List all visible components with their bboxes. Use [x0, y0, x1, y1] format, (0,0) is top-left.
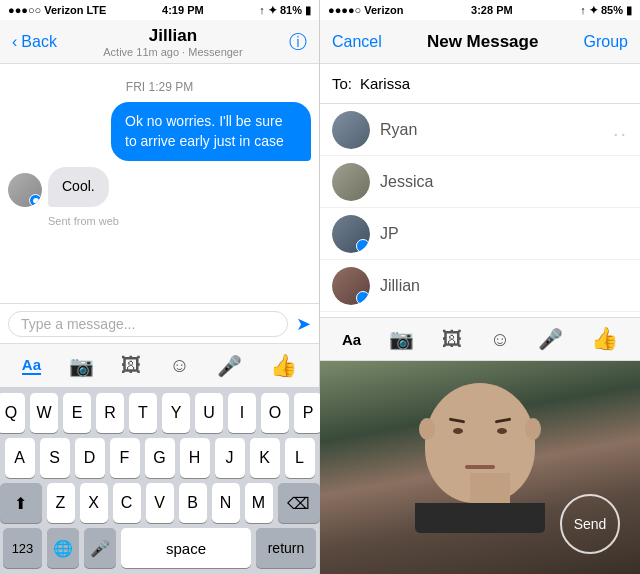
face-head — [425, 383, 535, 503]
status-bar-right: ●●●●○ Verizon 3:28 PM ↑ ✦ 85% ▮ — [320, 0, 640, 20]
right-panel: ●●●●○ Verizon 3:28 PM ↑ ✦ 85% ▮ Cancel N… — [320, 0, 640, 574]
key-u[interactable]: U — [195, 393, 223, 433]
cancel-button[interactable]: Cancel — [332, 33, 382, 51]
contact-name-jessica: Jessica — [380, 173, 433, 191]
emoji-icon-left[interactable]: ☺ — [169, 354, 189, 377]
new-message-title: New Message — [427, 32, 539, 52]
avatar-jessica — [332, 163, 370, 201]
contact-item-jessica[interactable]: Jessica — [320, 156, 640, 208]
signal-right: ↑ ✦ 85% ▮ — [580, 4, 632, 17]
key-h[interactable]: H — [180, 438, 210, 478]
send-button-camera[interactable]: Send — [560, 494, 620, 554]
keyboard: Q W E R T Y U I O P A S D F G H J K L ⬆ … — [0, 387, 319, 574]
header-right: Cancel New Message Group — [320, 20, 640, 64]
key-a[interactable]: A — [5, 438, 35, 478]
contact-item-jillian[interactable]: Jillian — [320, 260, 640, 312]
avatar-jillian — [332, 267, 370, 305]
photo-icon-right[interactable]: 🖼 — [442, 328, 462, 351]
key-e[interactable]: E — [63, 393, 91, 433]
messenger-badge-jp — [356, 239, 370, 253]
face-eye-left — [453, 428, 463, 434]
keyboard-row-1: Q W E R T Y U I O P — [3, 393, 316, 433]
key-o[interactable]: O — [261, 393, 289, 433]
message-input[interactable]: Type a message... — [8, 311, 288, 337]
key-l[interactable]: L — [285, 438, 315, 478]
keyboard-row-2: A S D F G H J K L — [3, 438, 316, 478]
key-k[interactable]: K — [250, 438, 280, 478]
key-f[interactable]: F — [110, 438, 140, 478]
key-m[interactable]: M — [245, 483, 273, 523]
mic-icon-left[interactable]: 🎤 — [217, 354, 242, 378]
status-bar-left: ●●●○○ Verizon LTE 4:19 PM ↑ ✦ 81% ▮ — [0, 0, 319, 20]
keyboard-row-4: 123 🌐 🎤 space return — [3, 528, 316, 568]
contact-item-ryan[interactable]: Ryan .. — [320, 104, 640, 156]
group-button[interactable]: Group — [584, 33, 628, 51]
message-input-bar: Type a message... ➤ — [0, 303, 319, 343]
key-i[interactable]: I — [228, 393, 256, 433]
key-w[interactable]: W — [30, 393, 58, 433]
key-r[interactable]: R — [96, 393, 124, 433]
key-123[interactable]: 123 — [3, 528, 42, 568]
like-button-right[interactable]: 👍 — [591, 326, 618, 352]
key-z[interactable]: Z — [47, 483, 75, 523]
emoji-icon-right[interactable]: ☺ — [490, 328, 510, 351]
aa-button-right[interactable]: Aa — [342, 331, 361, 348]
avatar-jp — [332, 215, 370, 253]
key-v[interactable]: V — [146, 483, 174, 523]
key-x[interactable]: X — [80, 483, 108, 523]
mic-icon-right[interactable]: 🎤 — [538, 327, 563, 351]
header-left: ‹ Back Jillian Active 11m ago · Messenge… — [0, 20, 319, 64]
received-bubble: Cool. — [48, 167, 109, 207]
carrier-right: ●●●●○ Verizon — [328, 4, 403, 16]
key-p[interactable]: P — [294, 393, 322, 433]
key-q[interactable]: Q — [0, 393, 25, 433]
key-shift[interactable]: ⬆ — [0, 483, 42, 523]
contact-name-jillian: Jillian — [380, 277, 420, 295]
key-n[interactable]: N — [212, 483, 240, 523]
key-b[interactable]: B — [179, 483, 207, 523]
back-button[interactable]: ‹ Back — [12, 33, 57, 51]
messages-area: FRI 1:29 PM Ok no worries. I'll be sure … — [0, 64, 319, 303]
info-button[interactable]: ⓘ — [289, 30, 307, 54]
messenger-badge-jillian — [356, 291, 370, 305]
key-y[interactable]: Y — [162, 393, 190, 433]
sent-bubble: Ok no worries. I'll be sure to arrive ea… — [111, 102, 311, 161]
avatar — [8, 173, 42, 207]
key-t[interactable]: T — [129, 393, 157, 433]
date-label: FRI 1:29 PM — [8, 80, 311, 94]
face-brow-left — [449, 417, 465, 423]
aa-button-left[interactable]: Aa — [22, 356, 41, 375]
contact-dots-ryan: .. — [613, 118, 628, 141]
face-silhouette — [415, 383, 545, 533]
contact-name-jp: JP — [380, 225, 399, 243]
carrier-left: ●●●○○ Verizon LTE — [8, 4, 106, 16]
key-return[interactable]: return — [256, 528, 316, 568]
toolbar-right: Aa 📷 🖼 ☺ 🎤 👍 — [320, 317, 640, 361]
sent-from-label: Sent from web — [48, 215, 311, 227]
key-space[interactable]: space — [121, 528, 251, 568]
camera-icon-left[interactable]: 📷 — [69, 354, 94, 378]
message-received: Cool. — [8, 167, 311, 207]
key-g[interactable]: G — [145, 438, 175, 478]
photo-icon-left[interactable]: 🖼 — [121, 354, 141, 377]
contacts-list: Ryan .. Jessica JP Jillian — [320, 104, 640, 317]
face-brow-right — [495, 417, 511, 423]
send-arrow-icon[interactable]: ➤ — [296, 313, 311, 335]
face-ear-right — [525, 418, 541, 440]
left-panel: ●●●○○ Verizon LTE 4:19 PM ↑ ✦ 81% ▮ ‹ Ba… — [0, 0, 320, 574]
key-c[interactable]: C — [113, 483, 141, 523]
key-d[interactable]: D — [75, 438, 105, 478]
camera-icon-right[interactable]: 📷 — [389, 327, 414, 351]
key-globe[interactable]: 🌐 — [47, 528, 79, 568]
camera-view: Send — [320, 361, 640, 574]
to-input[interactable]: Karissa — [360, 75, 628, 92]
key-j[interactable]: J — [215, 438, 245, 478]
like-button-left[interactable]: 👍 — [270, 353, 297, 379]
signal-left: ↑ ✦ 81% ▮ — [259, 4, 311, 17]
key-mic[interactable]: 🎤 — [84, 528, 116, 568]
key-delete[interactable]: ⌫ — [278, 483, 320, 523]
contact-item-jp[interactable]: JP — [320, 208, 640, 260]
toolbar-left: Aa 📷 🖼 ☺ 🎤 👍 — [0, 343, 319, 387]
key-s[interactable]: S — [40, 438, 70, 478]
keyboard-row-3: ⬆ Z X C V B N M ⌫ — [3, 483, 316, 523]
